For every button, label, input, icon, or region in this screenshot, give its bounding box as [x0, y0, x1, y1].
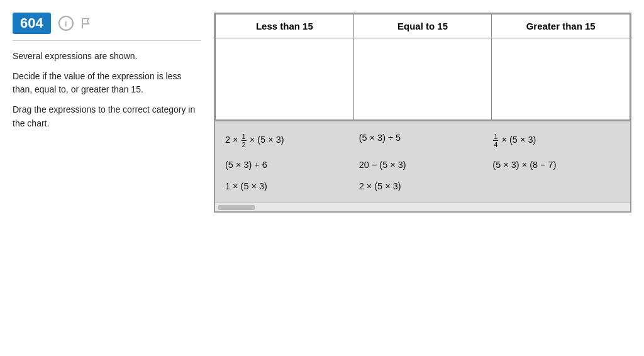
divider [13, 40, 201, 41]
question-number-bar: 604 i [13, 13, 201, 34]
expressions-area: 2 × 12 × (5 × 3) (5 × 3) ÷ 5 14 × (5 × 3… [215, 120, 630, 203]
expr-item [492, 181, 620, 191]
drop-zone-greater-than[interactable] [492, 38, 630, 120]
drop-zone-less-than[interactable] [216, 38, 354, 120]
col-greater-than: Greater than 15 [492, 14, 630, 38]
col-less-than: Less than 15 [216, 14, 354, 38]
expr-item[interactable]: (5 × 3) × (8 − 7) [492, 160, 620, 170]
expr-item[interactable]: (5 × 3) ÷ 5 [359, 133, 487, 148]
expr-item[interactable]: 2 × (5 × 3) [359, 181, 487, 191]
expr-item[interactable]: 14 × (5 × 3) [492, 133, 620, 148]
expr-item[interactable]: (5 × 3) + 6 [225, 160, 353, 170]
drop-zone-equal-to[interactable] [353, 38, 492, 120]
expr-item[interactable]: 1 × (5 × 3) [225, 181, 353, 191]
expressions-grid: 2 × 12 × (5 × 3) (5 × 3) ÷ 5 14 × (5 × 3… [225, 133, 620, 191]
col-equal-to: Equal to 15 [353, 14, 492, 38]
scroll-bar[interactable] [215, 203, 630, 211]
scroll-thumb[interactable] [218, 205, 255, 210]
instruction-line2: Decide if the value of the expression is… [13, 70, 201, 97]
instruction-line1: Several expressions are shown. [13, 50, 201, 64]
expr-item[interactable]: 20 − (5 × 3) [359, 160, 487, 170]
info-icon[interactable]: i [58, 16, 74, 31]
instruction-line3: Drag the expressions to the correct cate… [13, 103, 201, 130]
left-panel: 604 i Several expressions are shown. Dec… [13, 13, 214, 136]
expr-item[interactable]: 2 × 12 × (5 × 3) [225, 133, 353, 148]
instructions: Several expressions are shown. Decide if… [13, 50, 201, 130]
flag-icon[interactable] [79, 16, 94, 31]
right-panel: Less than 15 Equal to 15 Greater than 15… [214, 13, 631, 213]
chart-table: Less than 15 Equal to 15 Greater than 15 [215, 14, 630, 120]
question-number: 604 [13, 13, 51, 34]
